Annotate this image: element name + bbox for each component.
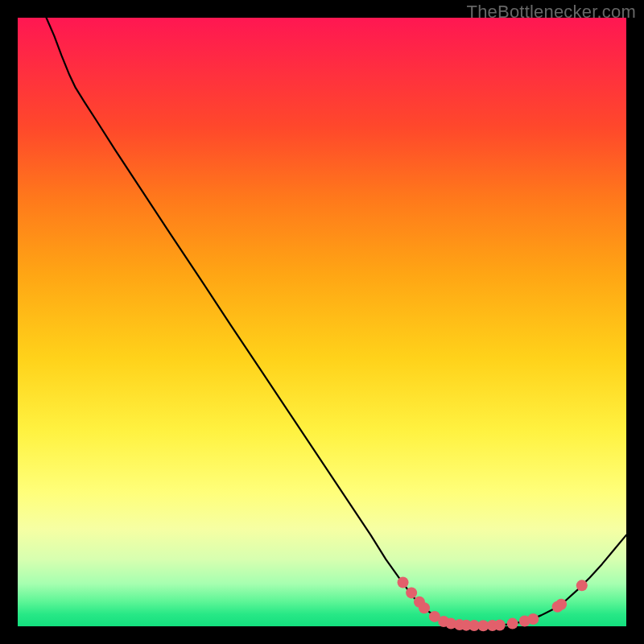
data-dot bbox=[406, 587, 417, 598]
chart-svg bbox=[18, 18, 626, 626]
data-dot bbox=[507, 618, 518, 630]
plot-area bbox=[18, 18, 626, 626]
data-dot bbox=[419, 602, 430, 613]
data-dot bbox=[555, 599, 567, 610]
data-dot bbox=[527, 613, 539, 625]
data-dot bbox=[576, 580, 588, 591]
bottleneck-curve bbox=[47, 18, 626, 625]
data-dots bbox=[398, 577, 588, 632]
watermark-text: TheBottlenecker.com bbox=[467, 2, 636, 23]
chart-frame: TheBottlenecker.com bbox=[0, 0, 644, 644]
data-dot bbox=[398, 577, 409, 588]
data-dot bbox=[494, 619, 506, 630]
